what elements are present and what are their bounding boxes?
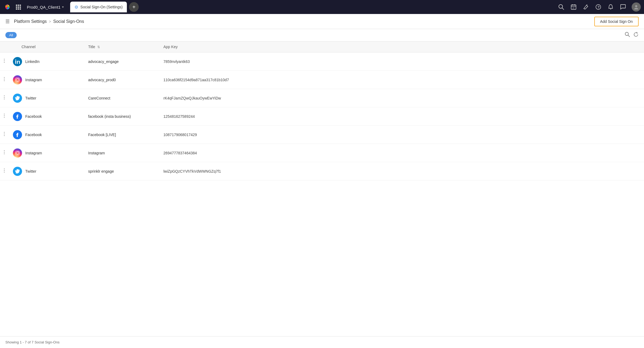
channel-cell: Instagram [9, 144, 84, 162]
svg-point-31 [4, 77, 5, 78]
svg-point-37 [4, 95, 5, 96]
svg-point-52 [4, 169, 5, 169]
workspace-selector[interactable]: Prod0_QA_Client1 ▾ [25, 4, 66, 10]
appkey-cell: lwiZpGQzCYVhTkVdWWNGZq7f1 [159, 162, 631, 180]
channel-name: Facebook [25, 114, 42, 119]
linkedin-icon [13, 57, 22, 66]
bell-icon[interactable] [607, 3, 614, 11]
col-appkey-header: App Key [159, 41, 631, 52]
showing-text: Showing 1 - 7 of 7 Social Sign-Ons [5, 340, 60, 344]
plus-icon: + [132, 4, 135, 10]
workspace-name: Prod0_QA_Client1 [27, 5, 60, 9]
workspace-chevron: ▾ [62, 5, 64, 9]
channel-cell: Facebook [9, 107, 84, 126]
svg-point-27 [4, 61, 5, 61]
menu-icon[interactable]: ☰ [5, 19, 10, 24]
appkey-cell: 110ca636f2154d9a871aa317c81b10d7 [159, 71, 631, 89]
svg-text:?: ? [598, 5, 600, 9]
title-cell: Facebook [LIVE] [84, 126, 159, 144]
actions-cell [631, 162, 644, 180]
svg-point-42 [4, 117, 5, 118]
svg-point-28 [4, 62, 5, 63]
breadcrumb-parent[interactable]: Platform Settings [14, 19, 47, 24]
table-row: Twitter sprinklr engage lwiZpGQzCYVhTkVd… [0, 162, 644, 180]
actions-cell [631, 144, 644, 162]
footer: Showing 1 - 7 of 7 Social Sign-Ons [0, 336, 644, 348]
appkey-cell: 7859nvlyantk63 [159, 52, 631, 71]
channel-cell: LinkedIn [9, 52, 84, 71]
instagram-icon [13, 75, 22, 84]
row-menu-trigger[interactable] [0, 71, 9, 89]
apps-icon[interactable] [14, 3, 23, 11]
col-actions-placeholder [631, 41, 644, 52]
appkey-cell: rK4qFJamZQwQJkauOywEwYiDw [159, 89, 631, 107]
svg-point-40 [4, 114, 5, 115]
facebook-icon [13, 130, 22, 139]
edit-icon[interactable] [582, 3, 590, 11]
search-icon[interactable] [557, 3, 565, 11]
help-icon[interactable]: ? [595, 3, 602, 11]
svg-point-43 [4, 132, 5, 133]
svg-point-32 [4, 79, 5, 80]
svg-point-35 [16, 79, 19, 81]
filter-all[interactable]: All [5, 32, 17, 38]
facebook-icon [13, 112, 22, 121]
channel-cell: Twitter [9, 89, 84, 107]
row-menu-trigger[interactable] [0, 144, 9, 162]
social-sign-ons-table: Channel Title ⇅ App Key [0, 41, 644, 180]
main-content: Channel Title ⇅ App Key [0, 41, 644, 336]
title-cell: sprinklr engage [84, 162, 159, 180]
instagram-icon [13, 148, 22, 158]
svg-point-33 [4, 80, 5, 81]
row-menu-trigger[interactable] [0, 52, 9, 71]
svg-point-50 [16, 152, 19, 154]
twitter-icon [13, 94, 22, 103]
calendar-icon[interactable]: 18 [570, 3, 577, 11]
refresh-icon[interactable] [633, 32, 639, 38]
sub-header: ☰ Platform Settings > Social Sign-Ons Ad… [0, 14, 644, 29]
chat-icon[interactable] [619, 3, 627, 11]
user-avatar[interactable] [632, 2, 641, 12]
col-channel-header: Channel [9, 41, 84, 52]
filter-search-icon[interactable] [625, 32, 630, 38]
svg-point-44 [4, 134, 5, 134]
svg-point-54 [4, 172, 5, 173]
channel-cell: Facebook [9, 126, 84, 144]
title-cell: advocacy_prod0 [84, 71, 159, 89]
actions-cell [631, 71, 644, 89]
active-tab[interactable]: ⚙ Social Sign-On (Settings) [70, 2, 127, 12]
twitter-icon [13, 167, 22, 176]
svg-point-41 [4, 115, 5, 116]
svg-point-38 [4, 97, 5, 98]
filter-bar: All [0, 29, 644, 41]
svg-point-30 [15, 59, 16, 61]
channel-name: LinkedIn [25, 59, 40, 64]
svg-point-51 [19, 151, 19, 152]
breadcrumb-current: Social Sign-Ons [53, 19, 84, 24]
breadcrumb-separator: > [49, 19, 51, 24]
new-tab-button[interactable]: + [129, 2, 139, 12]
row-menu-trigger[interactable] [0, 89, 9, 107]
svg-rect-7 [16, 8, 17, 10]
svg-rect-5 [18, 6, 19, 8]
row-menu-trigger[interactable] [0, 107, 9, 126]
channel-name: Twitter [25, 96, 36, 100]
title-cell: CareConnect [84, 89, 159, 107]
svg-point-47 [4, 152, 5, 153]
add-social-sign-on-button[interactable]: Add Social Sign On [594, 17, 639, 26]
row-menu-trigger[interactable] [0, 162, 9, 180]
title-sort-icon: ⇅ [97, 45, 100, 49]
table-row: Facebook facebook (insta business) 12548… [0, 107, 644, 126]
svg-point-46 [4, 150, 5, 151]
actions-cell [631, 126, 644, 144]
row-menu-trigger[interactable] [0, 126, 9, 144]
actions-cell [631, 89, 644, 107]
channel-name: Instagram [25, 151, 42, 155]
svg-rect-9 [20, 8, 21, 10]
appkey-cell: 2694777837464384 [159, 144, 631, 162]
table-header-row: Channel Title ⇅ App Key [0, 41, 644, 52]
appkey-cell: 125481627589244 [159, 107, 631, 126]
actions-cell [631, 52, 644, 71]
svg-rect-4 [16, 6, 17, 8]
col-title-header[interactable]: Title ⇅ [84, 41, 159, 52]
